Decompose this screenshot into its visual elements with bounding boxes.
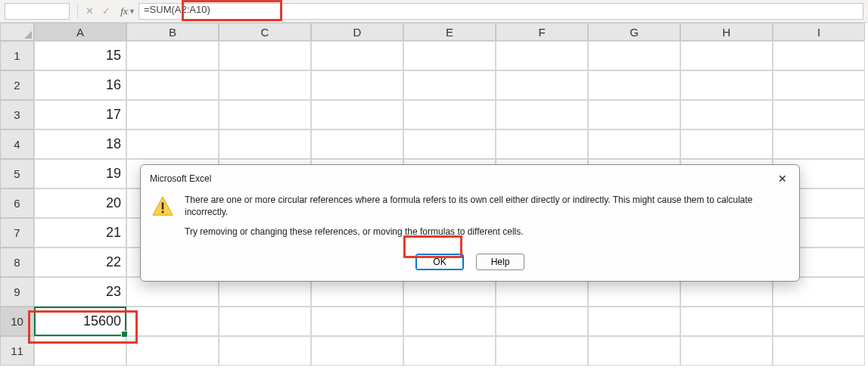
row-header-9[interactable]: 9 — [0, 277, 34, 307]
row-header-10[interactable]: 10 — [0, 307, 34, 336]
select-all-corner[interactable] — [0, 23, 34, 41]
cell-I2[interactable] — [773, 70, 865, 100]
cell-B3[interactable] — [126, 100, 219, 129]
cell-B1[interactable] — [126, 41, 219, 70]
cell-H9[interactable] — [680, 277, 773, 307]
cell-I9[interactable] — [773, 277, 865, 307]
cell-C3[interactable] — [219, 100, 311, 129]
cell-H1[interactable] — [680, 41, 773, 70]
cell-D1[interactable] — [311, 41, 403, 70]
cell-A10[interactable]: 15600 — [34, 307, 126, 336]
cell-A6[interactable]: 20 — [34, 188, 126, 218]
cell-I11[interactable] — [773, 336, 865, 366]
cell-I3[interactable] — [773, 100, 865, 129]
cell-I10[interactable] — [773, 307, 865, 336]
cell-F3[interactable] — [496, 100, 588, 129]
cell-F1[interactable] — [496, 41, 588, 70]
column-header-E[interactable]: E — [403, 23, 496, 41]
column-header-D[interactable]: D — [311, 23, 403, 41]
cell-H3[interactable] — [680, 100, 773, 129]
row-header-5[interactable]: 5 — [0, 159, 34, 188]
ok-button[interactable]: OK — [415, 254, 464, 270]
cell-G2[interactable] — [588, 70, 680, 100]
dialog-circular-reference: Microsoft Excel ✕ There are one or more … — [140, 164, 800, 282]
cell-C10[interactable] — [219, 307, 311, 336]
cell-C4[interactable] — [219, 129, 311, 159]
select-all-icon — [24, 31, 32, 39]
cell-F4[interactable] — [496, 129, 588, 159]
cell-F11[interactable] — [496, 336, 588, 366]
row-header-6[interactable]: 6 — [0, 188, 34, 218]
cell-C1[interactable] — [219, 41, 311, 70]
cell-C9[interactable] — [219, 277, 311, 307]
row-header-1[interactable]: 1 — [0, 41, 34, 70]
cell-G10[interactable] — [588, 307, 680, 336]
cell-F10[interactable] — [496, 307, 588, 336]
cell-D10[interactable] — [311, 307, 403, 336]
cell-A4[interactable]: 18 — [34, 129, 126, 159]
cell-E9[interactable] — [403, 277, 496, 307]
row-header-7[interactable]: 7 — [0, 218, 34, 248]
cell-E4[interactable] — [403, 129, 496, 159]
row-header-2[interactable]: 2 — [0, 70, 34, 100]
cell-D9[interactable] — [311, 277, 403, 307]
row-header-4[interactable]: 4 — [0, 129, 34, 159]
cell-B2[interactable] — [126, 70, 219, 100]
formula-input[interactable]: =SUM(A2:A10) — [138, 3, 863, 20]
column-header-C[interactable]: C — [219, 23, 311, 41]
cell-G11[interactable] — [588, 336, 680, 366]
cell-C2[interactable] — [219, 70, 311, 100]
cell-C11[interactable] — [219, 336, 311, 366]
cell-G1[interactable] — [588, 41, 680, 70]
cell-B11[interactable] — [126, 336, 219, 366]
cell-D4[interactable] — [311, 129, 403, 159]
column-header-F[interactable]: F — [496, 23, 588, 41]
cell-A9[interactable]: 23 — [34, 277, 126, 307]
cell-E10[interactable] — [403, 307, 496, 336]
cell-D3[interactable] — [311, 100, 403, 129]
cell-A3[interactable]: 17 — [34, 100, 126, 129]
cell-E2[interactable] — [403, 70, 496, 100]
cell-E3[interactable] — [403, 100, 496, 129]
cell-F9[interactable] — [496, 277, 588, 307]
dialog-close-button[interactable]: ✕ — [773, 170, 792, 188]
column-header-B[interactable]: B — [126, 23, 219, 41]
column-header-I[interactable]: I — [773, 23, 865, 41]
dialog-message: There are one or more circular reference… — [185, 194, 789, 246]
row-header-11[interactable]: 11 — [0, 336, 34, 366]
cell-G4[interactable] — [588, 129, 680, 159]
cell-B9[interactable] — [126, 277, 219, 307]
cell-B4[interactable] — [126, 129, 219, 159]
cell-H4[interactable] — [680, 129, 773, 159]
cell-I4[interactable] — [773, 129, 865, 159]
cell-H11[interactable] — [680, 336, 773, 366]
cell-F2[interactable] — [496, 70, 588, 100]
cell-E11[interactable] — [403, 336, 496, 366]
insert-function-button[interactable]: fx — [114, 3, 134, 20]
cell-A2[interactable]: 16 — [34, 70, 126, 100]
column-header-H[interactable]: H — [680, 23, 773, 41]
cell-B10[interactable] — [126, 307, 219, 336]
dialog-line-1: There are one or more circular reference… — [185, 194, 789, 218]
help-button[interactable]: Help — [476, 254, 524, 270]
enter-icon[interactable]: ✓ — [98, 3, 114, 20]
cell-H2[interactable] — [680, 70, 773, 100]
column-header-A[interactable]: A — [34, 23, 126, 41]
cell-A5[interactable]: 19 — [34, 159, 126, 188]
cell-E1[interactable] — [403, 41, 496, 70]
cell-A7[interactable]: 21 — [34, 218, 126, 248]
column-header-G[interactable]: G — [588, 23, 680, 41]
cell-A1[interactable]: 15 — [34, 41, 126, 70]
cell-I1[interactable] — [773, 41, 865, 70]
cell-H10[interactable] — [680, 307, 773, 336]
cancel-icon[interactable]: ✕ — [81, 3, 98, 20]
row-header-3[interactable]: 3 — [0, 100, 34, 129]
cell-G9[interactable] — [588, 277, 680, 307]
cell-D2[interactable] — [311, 70, 403, 100]
row-header-8[interactable]: 8 — [0, 248, 34, 277]
cell-A11[interactable] — [34, 336, 126, 366]
cell-G3[interactable] — [588, 100, 680, 129]
svg-rect-3 — [162, 211, 164, 213]
cell-A8[interactable]: 22 — [34, 248, 126, 277]
cell-D11[interactable] — [311, 336, 403, 366]
